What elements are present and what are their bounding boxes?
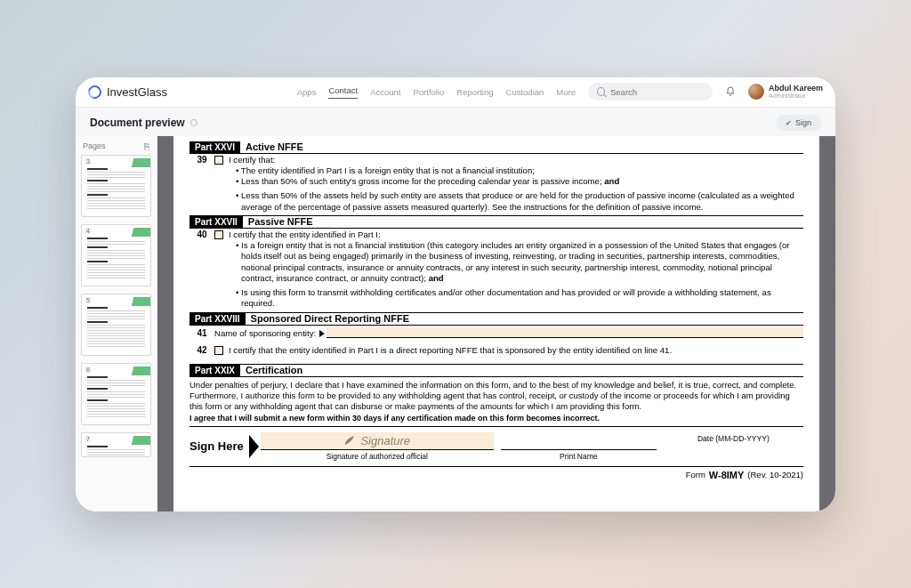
checkbox-42[interactable] xyxy=(214,346,223,355)
search-box[interactable] xyxy=(588,83,713,101)
part-26-header: Part XXVI Active NFFE xyxy=(189,141,803,154)
part-28-header: Part XXVIII Sponsored Direct Reporting N… xyxy=(189,312,803,326)
checkbox-40[interactable] xyxy=(214,230,223,239)
app-window: InvestGlass Apps Contact Account Portfol… xyxy=(76,77,835,511)
page-title: Document preview xyxy=(90,117,185,129)
signed-ribbon-icon xyxy=(132,436,151,445)
sponsoring-entity-field[interactable] xyxy=(327,327,803,338)
page-thumb-3[interactable]: 3 xyxy=(81,155,151,217)
top-header: InvestGlass Apps Contact Account Portfol… xyxy=(76,77,835,108)
checkbox-39[interactable] xyxy=(214,156,223,165)
page-thumb-6[interactable]: 6 xyxy=(81,363,151,425)
nav-account[interactable]: Account xyxy=(370,87,400,97)
avatar xyxy=(748,84,764,100)
sign-button-label: Sign xyxy=(795,118,811,127)
signature-field[interactable]: Signature xyxy=(261,432,494,450)
status-dot-icon xyxy=(190,119,198,126)
signed-ribbon-icon xyxy=(132,297,151,306)
brand-logo-icon xyxy=(85,83,103,101)
notifications-icon[interactable] xyxy=(725,86,736,97)
arrow-right-icon xyxy=(319,330,325,337)
page-thumb-7[interactable]: 7 xyxy=(81,432,151,457)
pages-label: Pages xyxy=(83,141,106,150)
nav-contact[interactable]: Contact xyxy=(328,85,358,99)
page-thumb-5[interactable]: 5 xyxy=(81,294,151,356)
top-nav: Apps Contact Account Portfolio Reporting… xyxy=(297,83,823,101)
user-menu[interactable]: Abdul Kareem Administrator xyxy=(748,84,823,100)
document-page: Part XXVI Active NFFE 39 I certify that:… xyxy=(173,136,819,511)
signed-ribbon-icon xyxy=(132,228,151,237)
pages-rail: Pages ⎘ 3 4 5 6 7 xyxy=(76,136,157,511)
page-options-icon[interactable]: ⎘ xyxy=(144,141,149,151)
certification-text: Under penalties of perjury, I declare th… xyxy=(189,377,803,414)
search-icon xyxy=(597,87,605,96)
document-viewport[interactable]: Part XXVI Active NFFE 39 I certify that:… xyxy=(157,136,835,511)
signed-ribbon-icon xyxy=(132,158,151,167)
check-icon xyxy=(786,118,792,127)
print-name-field[interactable] xyxy=(501,432,657,450)
nav-custodian[interactable]: Custodian xyxy=(506,87,544,97)
user-name: Abdul Kareem xyxy=(769,85,823,93)
nav-portfolio[interactable]: Portfolio xyxy=(413,87,444,97)
sub-header: Document preview Sign xyxy=(76,108,835,136)
part-29-header: Part XXIX Certification xyxy=(189,364,803,377)
brand[interactable]: InvestGlass xyxy=(88,85,167,99)
form-footer: Form W-8IMY (Rev. 10-2021) xyxy=(189,466,803,480)
arrow-right-large-icon xyxy=(249,435,259,458)
user-role: Administrator xyxy=(769,93,823,99)
search-input[interactable] xyxy=(610,87,704,97)
part-27-header: Part XXVII Passive NFFE xyxy=(189,215,803,229)
signature-row: Sign Here Signature Signature of authori… xyxy=(189,427,803,461)
brand-name: InvestGlass xyxy=(107,85,167,99)
agree-text: I agree that I will submit a new form wi… xyxy=(189,414,803,427)
nav-reporting[interactable]: Reporting xyxy=(456,87,493,97)
nav-more[interactable]: More xyxy=(556,87,576,97)
signed-ribbon-icon xyxy=(132,366,151,375)
sign-button[interactable]: Sign xyxy=(776,115,821,131)
page-thumb-4[interactable]: 4 xyxy=(81,224,151,286)
signature-quill-icon xyxy=(343,433,356,448)
nav-apps[interactable]: Apps xyxy=(297,87,317,97)
